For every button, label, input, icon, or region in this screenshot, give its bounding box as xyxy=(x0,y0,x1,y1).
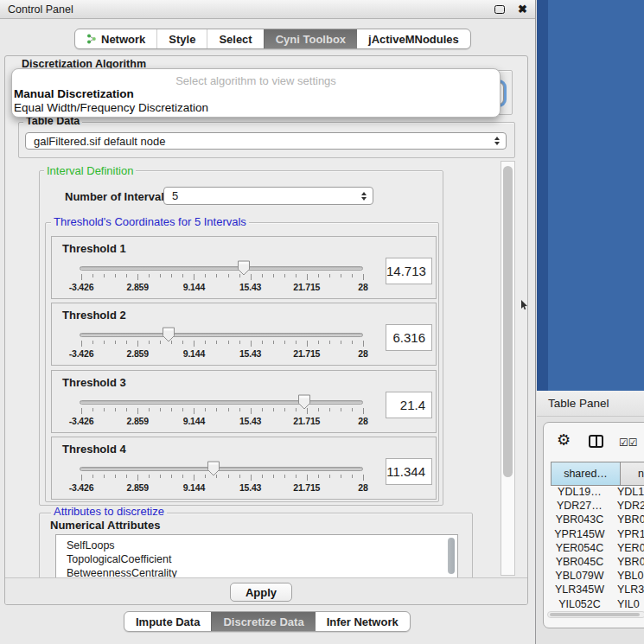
slider-tick xyxy=(307,475,308,481)
table-cell[interactable]: YBR045C xyxy=(551,556,609,570)
scrollbar-thumb[interactable] xyxy=(550,613,640,616)
slider-tick xyxy=(104,274,105,277)
threshold-label: Threshold 3 xyxy=(62,376,126,389)
threshold-slider-thumb[interactable] xyxy=(207,461,220,476)
slider-scale-label: 21.715 xyxy=(281,416,333,426)
table-row[interactable]: YER054CYER0 xyxy=(551,542,644,556)
threshold-slider-track[interactable] xyxy=(80,333,363,337)
table-cell[interactable]: YDL1 xyxy=(609,486,644,500)
slider-scale-label: 21.715 xyxy=(281,482,333,493)
columns-icon[interactable] xyxy=(589,435,603,448)
vertical-scrollbar[interactable] xyxy=(501,161,515,576)
slider-tick xyxy=(92,475,93,478)
table-row[interactable]: YPR145WYPR1 xyxy=(551,528,644,542)
table-cell[interactable]: YER054C xyxy=(551,542,609,556)
threshold-value-field[interactable]: 11.344 xyxy=(386,458,432,485)
threshold-value-field[interactable]: 21.4 xyxy=(386,392,432,418)
table-row[interactable]: YDL19…YDL1 xyxy=(551,486,644,500)
threshold-slider-thumb[interactable] xyxy=(297,394,311,410)
slider-tick xyxy=(194,475,194,481)
close-panel-icon[interactable]: ✖ xyxy=(518,3,527,15)
column-header-name[interactable]: n xyxy=(620,462,644,486)
table-row[interactable]: YBR043CYBR0 xyxy=(551,513,644,527)
float-panel-icon[interactable] xyxy=(494,5,505,14)
slider-tick xyxy=(171,408,172,411)
tab-network[interactable]: Network xyxy=(75,29,156,48)
tab-cyni-toolbox[interactable]: Cyni Toolbox xyxy=(264,29,357,48)
tab-impute-data[interactable]: Impute Data xyxy=(124,612,211,631)
slider-tick xyxy=(251,475,252,481)
slider-tick xyxy=(228,274,229,277)
table-cell[interactable]: YBR0 xyxy=(609,513,644,527)
slider-tick xyxy=(352,475,353,478)
threshold-value-field[interactable]: 6.316 xyxy=(386,324,432,351)
slider-tick xyxy=(126,408,127,411)
attribute-list-item[interactable]: BetweennessCentrality xyxy=(56,566,457,578)
horizontal-scrollbar[interactable] xyxy=(547,611,644,618)
threshold-value-field[interactable]: 14.713 xyxy=(386,258,432,284)
table-cell[interactable]: YLR3 xyxy=(609,583,644,597)
table-row[interactable]: YLR345WYLR3 xyxy=(551,583,644,597)
threshold-slider-track[interactable] xyxy=(80,467,363,471)
slider-tick xyxy=(284,475,285,478)
table-cell[interactable]: YLR345W xyxy=(551,583,609,597)
table-row[interactable]: YIL052CYIL0 xyxy=(551,598,644,609)
slider-tick xyxy=(137,341,138,347)
menu-item-manual-discretization[interactable]: Manual Discretization xyxy=(12,87,500,101)
table-cell[interactable]: YDR27… xyxy=(551,500,609,513)
slider-tick xyxy=(262,475,263,478)
slider-tick xyxy=(126,475,127,478)
slider-tick xyxy=(307,274,308,280)
table-data-value: galFiltered.sif default node xyxy=(34,133,165,149)
select-columns-icon[interactable]: ☑☑ xyxy=(619,437,638,449)
table-cell[interactable]: YBR0 xyxy=(609,556,644,570)
attribute-list-item[interactable]: SelfLoops xyxy=(56,535,457,552)
tab-infer-network[interactable]: Infer Network xyxy=(316,612,410,631)
slider-tick xyxy=(352,341,353,344)
gear-icon[interactable]: ⚙ xyxy=(557,432,571,448)
table-cell[interactable]: YBL0 xyxy=(609,570,644,583)
table-data-select[interactable]: galFiltered.sif default node xyxy=(25,132,507,150)
slider-tick xyxy=(251,341,252,347)
slider-tick xyxy=(160,274,161,277)
slider-tick xyxy=(363,341,364,347)
tab-jactivemnodules[interactable]: jActiveMNodules xyxy=(357,29,470,48)
table-cell[interactable]: YIL0 xyxy=(609,598,644,609)
table-cell[interactable]: YPR145W xyxy=(551,528,609,542)
slider-tick xyxy=(352,274,353,277)
slider-tick xyxy=(296,475,296,478)
column-header-shared-name[interactable]: shared… xyxy=(551,462,621,486)
threshold-slider-track[interactable] xyxy=(80,400,363,405)
table-cell[interactable]: YDR2 xyxy=(609,500,644,513)
algorithm-dropdown-popup: Select algorithm to view settings Manual… xyxy=(11,68,501,118)
table-cell[interactable]: YBL079W xyxy=(551,570,609,583)
table-cell[interactable]: YIL052C xyxy=(551,598,609,609)
threshold-slider-track[interactable] xyxy=(80,266,363,271)
table-cell[interactable]: YDL19… xyxy=(551,486,609,500)
slider-tick xyxy=(194,408,194,414)
table-row[interactable]: YDR27…YDR2 xyxy=(551,500,644,513)
slider-scale-label: 28 xyxy=(337,348,389,359)
table-cell[interactable]: YPR1 xyxy=(609,528,644,542)
number-of-intervals-select[interactable]: 5 xyxy=(163,187,373,205)
slider-scale-label: 15.43 xyxy=(225,416,277,426)
tab-label: Network xyxy=(101,33,145,46)
scrollbar-thumb[interactable] xyxy=(503,166,513,477)
threshold-slider-thumb[interactable] xyxy=(162,327,175,342)
table-row[interactable]: YBL079WYBL0 xyxy=(551,570,644,583)
tab-select[interactable]: Select xyxy=(207,29,263,48)
table-cell[interactable]: YER0 xyxy=(609,542,644,556)
threshold-slider-thumb[interactable] xyxy=(237,260,251,276)
slider-tick xyxy=(104,341,105,344)
list-scrollbar[interactable] xyxy=(448,538,455,574)
tab-style[interactable]: Style xyxy=(156,29,207,48)
table-cell[interactable]: YBR043C xyxy=(551,513,609,527)
table-row[interactable]: YBR045CYBR0 xyxy=(551,556,644,570)
menu-item-equal-width-frequency[interactable]: Equal Width/Frequency Discretization xyxy=(12,101,500,115)
apply-button[interactable]: Apply xyxy=(230,583,292,602)
slider-tick xyxy=(126,274,127,277)
slider-tick xyxy=(329,475,330,478)
tab-discretize-data[interactable]: Discretize Data xyxy=(211,612,315,631)
threshold-box: Threshold 4-3.4262.8599.14415.4321.71528… xyxy=(51,437,437,500)
attribute-list-item[interactable]: TopologicalCoefficient xyxy=(56,552,457,566)
